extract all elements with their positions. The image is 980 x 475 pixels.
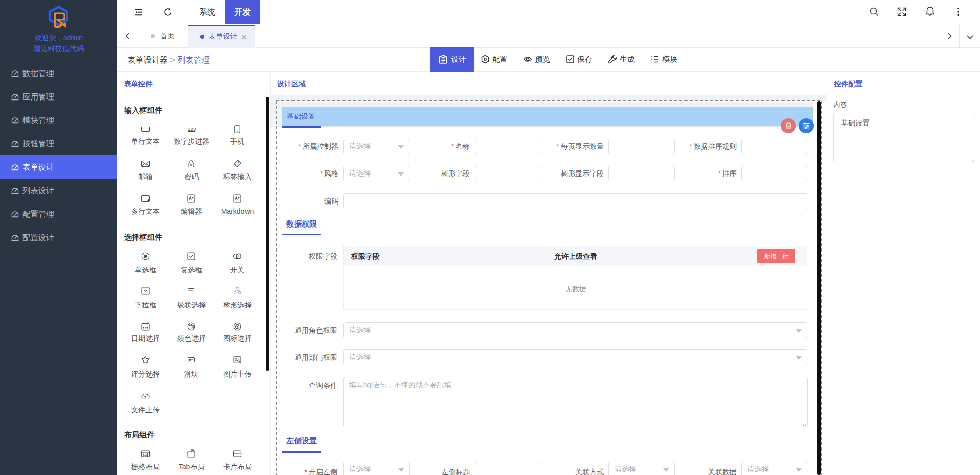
svg-text:123: 123 <box>188 126 196 132</box>
